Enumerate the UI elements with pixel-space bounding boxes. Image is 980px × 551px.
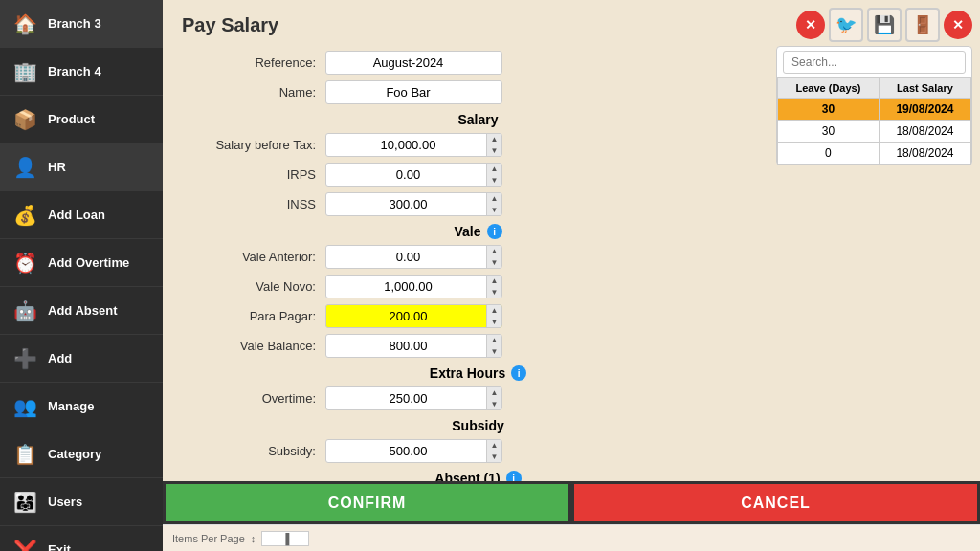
sidebar-item-manage[interactable]: 👥 Manage: [0, 383, 163, 430]
sidebar-label-exit: Exit: [48, 542, 71, 551]
irps-spinner[interactable]: ▲ ▼: [486, 164, 501, 186]
name-input-wrap: [325, 80, 502, 104]
absent-section-label: Absent (1): [434, 471, 500, 481]
reference-input[interactable]: [325, 51, 502, 75]
leave-days-cell: 30: [778, 121, 880, 143]
vale-novo-input[interactable]: [325, 275, 502, 298]
extra-hours-section-label: Extra Hours: [430, 365, 505, 381]
sidebar-label-hr: HR: [48, 160, 66, 174]
para-pagar-input[interactable]: [325, 304, 502, 328]
top-icon-bar: ✕ 🐦 💾 🚪 ✕: [776, 8, 972, 42]
sidebar-item-users[interactable]: 👨‍👩‍👧 Users: [0, 478, 163, 526]
inss-up-btn[interactable]: ▲: [486, 193, 501, 205]
sidebar-item-add-absent[interactable]: 🤖 Add Absent: [0, 287, 163, 335]
sidebar-item-hr[interactable]: 👤 HR: [0, 143, 163, 191]
sidebar-item-exit[interactable]: ❌ Exit: [0, 526, 163, 551]
vale-balance-input[interactable]: [325, 334, 502, 358]
bird-icon-btn[interactable]: 🐦: [829, 8, 863, 42]
vale-info-icon[interactable]: i: [487, 224, 502, 239]
para-pagar-up-btn[interactable]: ▲: [486, 305, 501, 317]
vale-anterior-label: Vale Anterior:: [182, 250, 325, 264]
salary-before-tax-input[interactable]: [325, 133, 502, 157]
overtime-row: Overtime: ▲ ▼: [182, 386, 774, 410]
sidebar-item-branch3[interactable]: 🏠 Branch 3: [0, 0, 163, 48]
inss-down-btn[interactable]: ▼: [486, 205, 501, 216]
subsidy-up-btn[interactable]: ▲: [486, 440, 501, 452]
pagination-control[interactable]: ▐: [261, 531, 309, 546]
irps-up-btn[interactable]: ▲: [486, 164, 501, 175]
salary-down-btn[interactable]: ▼: [486, 145, 501, 157]
inss-input[interactable]: [325, 192, 502, 216]
subsidy-down-btn[interactable]: ▼: [486, 452, 501, 463]
extra-hours-info-icon[interactable]: i: [511, 365, 526, 381]
irps-input[interactable]: [325, 163, 502, 187]
sidebar-label-add-loan: Add Loan: [48, 208, 105, 222]
overtime-down-btn[interactable]: ▼: [486, 399, 501, 410]
overtime-input[interactable]: [325, 386, 502, 410]
sidebar-item-add-loan[interactable]: 💰 Add Loan: [0, 191, 163, 239]
search-input[interactable]: [783, 51, 966, 74]
branch4-icon: 🏢: [10, 56, 40, 87]
sidebar: 🏠 Branch 3 🏢 Branch 4 📦 Product 👤 HR 💰 A…: [0, 0, 163, 551]
last-salary-header: Last Salary: [879, 78, 970, 99]
door-icon-btn[interactable]: 🚪: [905, 8, 940, 42]
cancel-button[interactable]: CANCEL: [571, 481, 980, 524]
vale-novo-down-btn[interactable]: ▼: [486, 287, 501, 298]
subsidy-input[interactable]: [325, 439, 502, 463]
right-panel: ✕ 🐦 💾 🚪 ✕ Leave (Days) Last Salary: [776, 8, 972, 165]
sidebar-item-product[interactable]: 📦 Product: [0, 96, 163, 143]
inss-spinner[interactable]: ▲ ▼: [486, 193, 501, 215]
inss-row: INSS ▲ ▼: [182, 192, 774, 216]
salary-up-btn[interactable]: ▲: [486, 134, 501, 145]
vale-anterior-down-btn[interactable]: ▼: [486, 257, 501, 269]
absent-info-icon[interactable]: i: [506, 471, 522, 481]
sidebar-label-branch4: Branch 4: [48, 64, 101, 78]
overtime-spinner[interactable]: ▲ ▼: [486, 387, 501, 409]
salary-before-tax-spinner[interactable]: ▲ ▼: [486, 134, 501, 156]
irps-down-btn[interactable]: ▼: [486, 175, 501, 187]
name-row: Name:: [182, 80, 774, 104]
vale-anterior-input[interactable]: [325, 245, 502, 269]
vale-balance-spinner[interactable]: ▲ ▼: [486, 335, 501, 357]
footer: Items Per Page ↕ ▐: [163, 524, 980, 551]
para-pagar-down-btn[interactable]: ▼: [486, 317, 501, 328]
vale-novo-up-btn[interactable]: ▲: [486, 276, 501, 287]
leave-days-cell: 0: [778, 143, 880, 165]
product-icon: 📦: [10, 104, 40, 135]
vale-anterior-spinner[interactable]: ▲ ▼: [486, 246, 501, 268]
vale-anterior-wrap: ▲ ▼: [325, 245, 502, 269]
name-input[interactable]: [325, 80, 502, 104]
subsidy-label: Subsidy:: [182, 444, 325, 458]
vale-balance-up-btn[interactable]: ▲: [486, 335, 501, 346]
save-icon-btn[interactable]: 💾: [867, 8, 902, 42]
sidebar-label-branch3: Branch 3: [48, 16, 101, 31]
close-btn-top[interactable]: ✕: [796, 11, 825, 39]
items-per-page-label: Items Per Page: [172, 533, 245, 544]
inss-label: INSS: [182, 197, 325, 211]
vale-balance-down-btn[interactable]: ▼: [486, 346, 501, 358]
para-pagar-spinner[interactable]: ▲ ▼: [486, 305, 501, 327]
vale-balance-row: Vale Balance: ▲ ▼: [182, 334, 774, 358]
subsidy-spinner[interactable]: ▲ ▼: [486, 440, 501, 462]
para-pagar-row: Para Pagar: ▲ ▼: [182, 304, 774, 328]
para-pagar-wrap: ▲ ▼: [325, 304, 502, 328]
add-icon: ➕: [10, 343, 40, 374]
confirm-button[interactable]: CONFIRM: [163, 481, 571, 524]
last-salary-cell: 18/08/2024: [879, 143, 970, 165]
overtime-wrap: ▲ ▼: [325, 386, 502, 410]
sidebar-item-branch4[interactable]: 🏢 Branch 4: [0, 48, 163, 96]
sidebar-item-add[interactable]: ➕ Add: [0, 335, 163, 383]
reference-row: Reference:: [182, 51, 774, 75]
sidebar-item-category[interactable]: 📋 Category: [0, 430, 163, 478]
sidebar-label-add-overtime: Add Overtime: [48, 255, 129, 270]
close-btn2[interactable]: ✕: [944, 11, 972, 39]
vale-anterior-up-btn[interactable]: ▲: [486, 246, 501, 257]
overtime-label: Overtime:: [182, 391, 325, 406]
sidebar-item-add-overtime[interactable]: ⏰ Add Overtime: [0, 239, 163, 287]
vale-novo-spinner[interactable]: ▲ ▼: [486, 276, 501, 298]
overtime-up-btn[interactable]: ▲: [486, 387, 501, 399]
vale-balance-label: Vale Balance:: [182, 339, 325, 353]
salary-before-tax-row: Salary before Tax: ▲ ▼: [182, 133, 774, 157]
vale-section-label: Vale: [454, 224, 480, 239]
para-pagar-label: Para Pagar:: [182, 309, 325, 323]
